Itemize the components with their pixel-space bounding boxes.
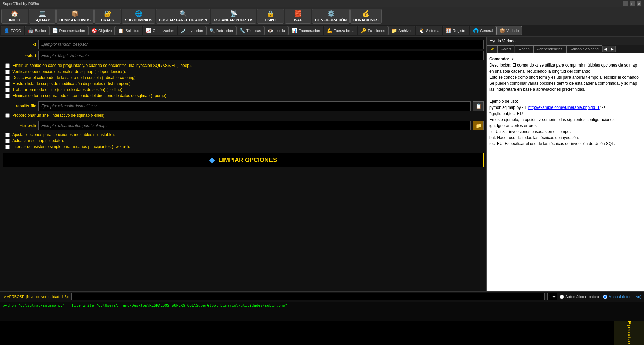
list-tampers-checkbox[interactable]: [5, 82, 10, 86]
clear-options-button[interactable]: ◆ LIMPIAR OPCIONES: [3, 153, 484, 167]
close-button[interactable]: ✕: [637, 1, 641, 6]
nav-donaciones[interactable]: 💰 DONACIONES: [350, 9, 382, 24]
tab-objetivo[interactable]: 🎯 Objetivo: [88, 26, 115, 35]
shell-checkbox[interactable]: [5, 113, 10, 118]
nav-buscar[interactable]: 🔍 BUSCAR PANEL DE ADMIN: [156, 9, 210, 24]
help-tab-z[interactable]: -z: [487, 45, 497, 53]
purge-checkbox[interactable]: [5, 94, 10, 98]
deps-checkbox[interactable]: [5, 70, 10, 74]
unstable-checkbox[interactable]: [5, 133, 10, 137]
nav-dump[interactable]: 📦 DUMP ARCHIVOS: [56, 9, 94, 24]
tab-sis-label: Sistema: [426, 29, 439, 33]
manual-option[interactable]: Manual (Interactivo): [603, 295, 641, 299]
donaciones-icon: 💰: [362, 10, 369, 17]
nav-config[interactable]: ⚙️ CONFIGURACIÓN: [312, 9, 350, 24]
gen-icon: 🌐: [473, 28, 479, 33]
buscar-icon: 🔍: [180, 10, 187, 17]
tab-archivos[interactable]: 📁 Archivos: [388, 26, 415, 35]
results-file-input[interactable]: [38, 101, 471, 111]
subdom-icon: 🌐: [135, 10, 142, 17]
wizard-checkbox[interactable]: [5, 145, 10, 149]
checkbox-deps-row: Verificar dependencias opcionales de sql…: [3, 69, 484, 75]
escanear-icon: 📡: [230, 10, 237, 17]
disable-coloring-checkbox[interactable]: [5, 76, 10, 80]
tab-general[interactable]: 🌐 General: [470, 26, 496, 35]
title-bar: SuperGTool by R0$hu ─ □ ✕: [0, 0, 644, 7]
tab-var-label: Variado: [506, 29, 519, 33]
tab-todo[interactable]: 👤 TODO: [1, 26, 24, 35]
nav-sqlmap[interactable]: 💻 SQLMAP: [29, 9, 56, 24]
z-label: -z: [3, 42, 36, 47]
manual-radio[interactable]: [603, 295, 607, 299]
tab-huella[interactable]: 👁️ Huella: [264, 26, 288, 35]
tab-sistema[interactable]: 🐧 Sistema: [416, 26, 442, 35]
tab-variado[interactable]: 📦 Variado: [496, 26, 522, 35]
terminal-output: [0, 321, 614, 345]
help-example-link[interactable]: http://example.com/vulnerable.php?id=1: [528, 105, 600, 110]
reg-icon: 🪟: [446, 28, 451, 33]
verbose-row: -v VERBOSE (Nivel de verbosidad: 1-6): 1…: [0, 292, 644, 302]
left-panel: -z --alert Emitir un sonido en caso de p…: [0, 37, 486, 291]
auto-radio[interactable]: [560, 295, 564, 299]
tmp-dir-browse-button[interactable]: 📁: [473, 121, 484, 130]
nav-inicio[interactable]: 🏠 INICIO: [1, 9, 28, 24]
tab-funciones[interactable]: 🔑 Funciones: [358, 26, 388, 35]
fb-icon: 💪: [327, 28, 332, 33]
nav-osint[interactable]: 🔒 OSINT: [257, 9, 284, 24]
tab-deteccion[interactable]: 🔍 Detección: [206, 26, 236, 35]
update-checkbox[interactable]: [5, 139, 10, 143]
beep-checkbox[interactable]: [5, 63, 10, 68]
home-icon: 🏠: [11, 10, 18, 17]
func-icon: 🔑: [361, 28, 366, 33]
help-next-button[interactable]: ▶: [609, 46, 616, 52]
nav-crack[interactable]: 🔐 CRACK: [94, 9, 121, 24]
nav-osint-label: OSINT: [265, 18, 276, 22]
execute-button[interactable]: Ejecutar: [627, 321, 632, 345]
tab-documentacion[interactable]: 📄 Documentación: [49, 26, 88, 35]
help-tab-alert[interactable]: --alert: [497, 45, 515, 53]
results-file-browse-button[interactable]: 📋: [473, 101, 484, 111]
tab-inyeccion[interactable]: 💉 Inyección: [178, 26, 206, 35]
help-tab-dependencies[interactable]: --dependencies: [533, 45, 566, 53]
nav-subdom-label: SUB DOMINIOS: [125, 18, 152, 22]
maximize-button[interactable]: □: [630, 1, 635, 6]
minimize-button[interactable]: ─: [623, 1, 628, 6]
tab-enumeracion[interactable]: 📊 Enumeración: [288, 26, 323, 35]
wizard-label: Interfaz de asistente simple para usuari…: [12, 144, 130, 149]
bottom-area: -v VERBOSE (Nivel de verbosidad: 1-6): 1…: [0, 291, 644, 345]
z-input[interactable]: [38, 40, 484, 49]
obj-icon: 🎯: [91, 28, 97, 33]
help-content-desc3: Se pueden combinar varias opciones dentr…: [489, 80, 641, 92]
help-prev-button[interactable]: ◀: [602, 46, 609, 52]
tab-sol-label: Solicitud: [125, 29, 139, 33]
tab-tecnicas[interactable]: 🔧 Técnicas: [236, 26, 264, 35]
tab-enum-label: Enumeración: [298, 29, 320, 33]
det-icon: 🔍: [209, 28, 215, 33]
deps-label: Verificar dependencias opcionales de sql…: [12, 69, 126, 74]
nav-waf[interactable]: 🧱 WAF: [285, 9, 311, 24]
alert-input[interactable]: [38, 51, 484, 60]
tab-doc-label: Documentación: [59, 29, 85, 33]
tab-solicitud[interactable]: 📋 Solicitud: [115, 26, 142, 35]
help-tab-beep[interactable]: --beep: [515, 45, 533, 53]
clear-label: LIMPIAR OPCIONES: [218, 157, 277, 164]
window-controls: ─ □ ✕: [623, 1, 641, 6]
tab-fb-label: Fuerza bruta: [334, 29, 354, 33]
help-content-area: Comando: -z Descripción: El comando -z s…: [487, 53, 644, 291]
auto-option[interactable]: Automático (--batch): [560, 295, 599, 299]
nav-escanear[interactable]: 📡 ESCANEAR PUERTOS: [211, 9, 256, 24]
tab-fuerza-bruta[interactable]: 💪 Fuerza bruta: [324, 26, 357, 35]
nav-subdom[interactable]: 🌐 SUB DOMINIOS: [122, 9, 155, 24]
offline-checkbox[interactable]: [5, 88, 10, 92]
verbose-select[interactable]: 1 2 3 4 5 6: [547, 293, 557, 300]
tmp-dir-input[interactable]: [38, 121, 471, 130]
help-title: Ayuda Variado: [490, 39, 516, 43]
osint-icon: 🔒: [267, 10, 274, 17]
tab-registro[interactable]: 🪟 Registro: [443, 26, 469, 35]
tab-basico[interactable]: 🤖 Basico: [25, 26, 49, 35]
help-tab-disable-coloring[interactable]: --disable-coloring: [566, 45, 602, 53]
arch-icon: 📁: [391, 28, 397, 33]
verbose-input[interactable]: [71, 293, 545, 300]
tab-optimizacion[interactable]: 📈 Optimización: [143, 26, 177, 35]
auto-label: Automático (--batch): [565, 295, 599, 299]
